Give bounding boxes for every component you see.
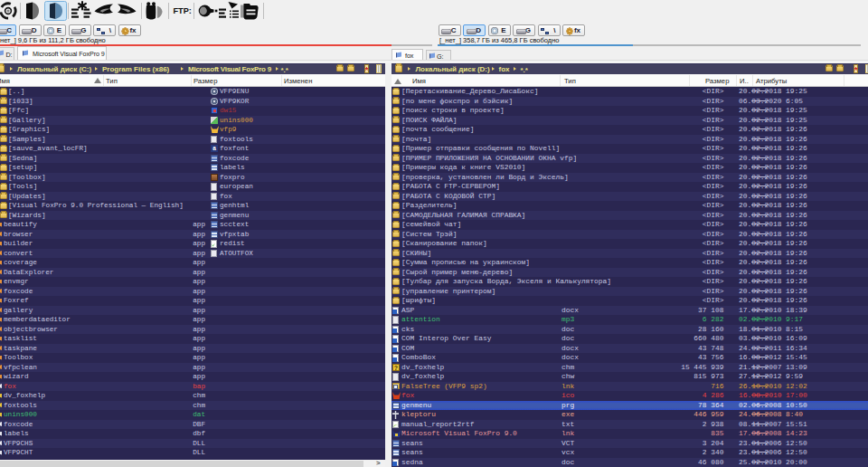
svg-text:FTP:: FTP:	[174, 6, 192, 15]
